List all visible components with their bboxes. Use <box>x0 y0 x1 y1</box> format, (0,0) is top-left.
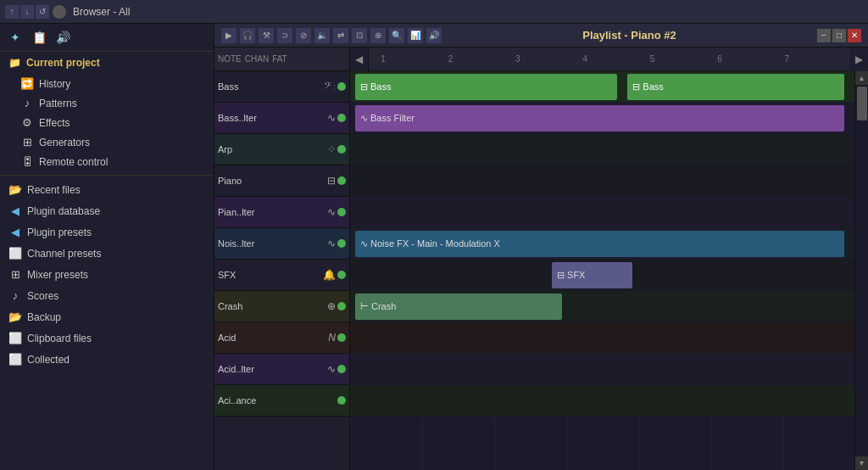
clip-noisfilter[interactable]: ∿ Noise FX - Main - Modulation X <box>355 231 844 257</box>
volume-button[interactable]: 🔈 <box>314 28 330 43</box>
ruler-nav-right[interactable]: ▶ <box>849 48 868 71</box>
ruler-mark-7: 7 <box>782 48 790 71</box>
down-arrow[interactable]: ↓ <box>20 5 34 19</box>
track-name-piano: Piano <box>218 176 269 186</box>
sidebar-item-clipboard-files-label: Clipboard files <box>27 333 92 344</box>
track-header-piano: Piano ⊟ <box>214 165 349 197</box>
sidebar-item-generators-label: Generators <box>39 137 90 148</box>
close-button[interactable]: ✕ <box>848 29 861 42</box>
acidfilter-wave-icon: ∿ <box>327 363 336 375</box>
browser-label: Browser - All <box>73 6 130 18</box>
bassfilter-active-dot[interactable] <box>337 114 346 122</box>
clips-inner: ⊟ Bass ⊟ Bass ∿ Bass Filter <box>350 71 854 470</box>
arp-active-dot[interactable] <box>337 145 346 154</box>
tools-button[interactable]: ⚒ <box>259 28 274 43</box>
scroll-down-arrow[interactable]: ▼ <box>855 456 869 470</box>
acid-active-dot[interactable] <box>337 333 346 342</box>
effects-icon: ⚙ <box>20 116 34 129</box>
bassfilter-wave-icon: ∿ <box>327 112 336 124</box>
patterns-icon: ♪ <box>20 97 34 109</box>
main-layout: ✦ 📋 🔊 📁 Current project 🔁 History ♪ Patt… <box>0 24 868 470</box>
aciance-active-dot[interactable] <box>337 396 346 405</box>
magnet-button[interactable]: ⊃ <box>277 28 292 43</box>
maximize-button[interactable]: □ <box>832 29 846 42</box>
sidebar-item-collected[interactable]: ⬜ Collected <box>0 349 214 370</box>
track-header-crash: Crash ⊕ <box>214 291 349 322</box>
speaker-icon[interactable]: 🔊 <box>54 29 71 46</box>
backup-icon: 📂 <box>8 311 22 323</box>
zoom-button[interactable]: 🔍 <box>389 28 404 43</box>
select-button[interactable]: ⊕ <box>370 28 386 43</box>
sidebar-item-plugin-presets[interactable]: ◀ Plugin presets <box>0 221 214 243</box>
sidebar-item-effects[interactable]: ⚙ Effects <box>0 113 214 132</box>
cut-button[interactable]: ⊘ <box>296 28 311 43</box>
sidebar-item-recent-files[interactable]: 📂 Recent files <box>0 179 214 200</box>
loop-button[interactable]: ⇄ <box>333 28 348 43</box>
mixer-button[interactable]: 📊 <box>408 28 423 43</box>
pianfilter-wave-icon: ∿ <box>327 206 336 218</box>
track-controls-bass: 𝄢 : <box>324 80 346 94</box>
navigation-arrows: ↑ ↓ ↺ <box>5 5 66 19</box>
ruler-mark-1: 1 <box>378 48 386 71</box>
ruler-nav-left[interactable]: ◀ <box>350 48 369 71</box>
sidebar-item-mixer-presets[interactable]: ⊞ Mixer presets <box>0 264 214 285</box>
up-arrow[interactable]: ↑ <box>5 5 19 19</box>
sidebar-item-patterns[interactable]: ♪ Patterns <box>0 93 214 113</box>
acidfilter-active-dot[interactable] <box>337 365 346 373</box>
sidebar-item-patterns-label: Patterns <box>39 98 77 109</box>
scroll-thumb[interactable] <box>857 87 867 120</box>
track-name-acid: Acid <box>218 333 269 343</box>
sidebar-item-history[interactable]: 🔁 History <box>0 74 214 93</box>
sidebar-item-generators[interactable]: ⊞ Generators <box>0 132 214 152</box>
track-clip-row-bassfilter: ∿ Bass Filter <box>350 103 854 134</box>
headphones-button[interactable]: 🎧 <box>240 28 255 43</box>
noisfilter-wave-icon: ∿ <box>327 238 336 249</box>
vertical-scrollbar: ▲ ▼ <box>854 71 868 470</box>
bass-active-dot[interactable] <box>337 82 346 91</box>
track-controls-arp: ⁘ <box>327 143 346 155</box>
right-panel: ▶ 🎧 ⚒ ⊃ ⊘ 🔈 ⇄ ⊡ ⊕ 🔍 📊 🔊 Playlist - Piano… <box>214 24 868 470</box>
sidebar-item-clipboard-files[interactable]: ⬜ Clipboard files <box>0 327 214 349</box>
fat-label: FAT <box>272 54 287 64</box>
track-name-bassfilter: Bass..lter <box>218 113 269 123</box>
back-arrow[interactable]: ↺ <box>36 5 49 19</box>
bass-colon: : <box>333 82 336 92</box>
scroll-up-arrow[interactable]: ▲ <box>855 71 869 85</box>
sidebar-item-scores[interactable]: ♪ Scores <box>0 285 214 306</box>
noisfilter-active-dot[interactable] <box>337 239 346 248</box>
clip-bass-2[interactable]: ⊟ Bass <box>627 74 844 100</box>
clip-bass-1[interactable]: ⊟ Bass <box>355 74 617 100</box>
speaker2-button[interactable]: 🔊 <box>426 28 442 43</box>
document-icon[interactable]: 📋 <box>31 29 47 46</box>
record-button[interactable]: ⊡ <box>352 28 367 43</box>
sidebar-item-remote-control[interactable]: 🎛 Remote control <box>0 152 214 171</box>
track-controls-noisfilter: ∿ <box>327 238 346 249</box>
pin-icon[interactable]: ✦ <box>7 29 24 46</box>
search-icon[interactable] <box>53 5 66 19</box>
crash-active-dot[interactable] <box>337 302 346 311</box>
track-clip-row-piano <box>350 165 854 197</box>
track-name-acidfilter: Acid..lter <box>218 364 269 374</box>
track-name-pianfilter: Pian..lter <box>218 207 269 217</box>
clip-bassfilter[interactable]: ∿ Bass Filter <box>355 105 844 131</box>
play-button[interactable]: ▶ <box>221 28 236 43</box>
history-icon: 🔁 <box>20 77 34 90</box>
clip-sfx-label: ⊟ SFX <box>557 270 585 281</box>
pianfilter-active-dot[interactable] <box>337 208 346 216</box>
piano-active-dot[interactable] <box>337 176 346 185</box>
track-clip-row-sfx: ⊟ SFX <box>350 260 854 291</box>
track-header-noisfilter: Nois..lter ∿ <box>214 228 349 260</box>
minimize-button[interactable]: − <box>817 29 831 42</box>
sfx-active-dot[interactable] <box>337 271 346 279</box>
track-header-bassfilter: Bass..lter ∿ <box>214 103 349 134</box>
sidebar-item-backup[interactable]: 📂 Backup <box>0 306 214 327</box>
track-clip-row-aciance <box>350 385 854 417</box>
recent-files-icon: 📂 <box>8 183 22 196</box>
clip-crash[interactable]: ⊢ Crash <box>355 294 562 320</box>
track-area: NOTE CHAN FAT Bass 𝄢 : Bass..lter <box>214 48 868 470</box>
track-controls-pianfilter: ∿ <box>327 206 346 218</box>
clip-sfx[interactable]: ⊟ SFX <box>552 262 632 288</box>
sidebar-item-effects-label: Effects <box>39 117 70 129</box>
sidebar-item-channel-presets[interactable]: ⬜ Channel presets <box>0 243 214 264</box>
sidebar-item-plugin-database[interactable]: ◀ Plugin database <box>0 200 214 221</box>
